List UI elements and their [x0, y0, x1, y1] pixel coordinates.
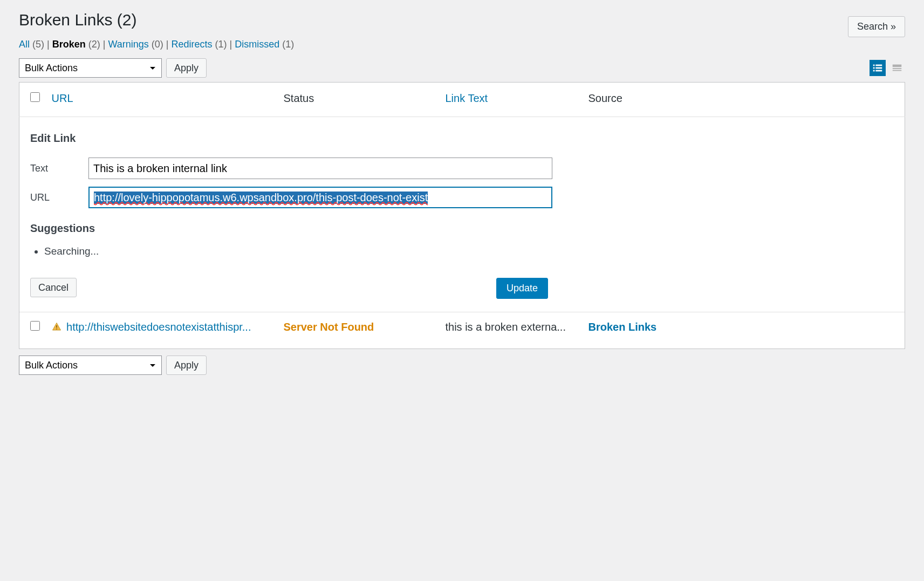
col-url[interactable]: URL [46, 83, 278, 117]
apply-button-bottom[interactable]: Apply [166, 356, 207, 375]
bulk-actions-select-bottom[interactable]: Bulk Actions [19, 356, 162, 375]
filter-dismissed[interactable]: Dismissed [235, 39, 279, 50]
url-label: URL [30, 192, 88, 203]
suggestions-heading: Suggestions [30, 222, 894, 235]
filter-redirects-count: (1) [215, 39, 227, 50]
link-text-input[interactable] [88, 158, 552, 179]
select-all-checkbox[interactable] [30, 92, 40, 102]
svg-rect-3 [875, 67, 882, 69]
edit-link-panel: Edit Link Text URL http://lovely-hippopo… [19, 117, 905, 312]
svg-rect-9 [56, 325, 57, 328]
text-label: Text [30, 163, 88, 174]
filter-broken-count: (2) [88, 39, 100, 50]
row-url-link[interactable]: http://thiswebsitedoesnotexistatthispr..… [66, 321, 251, 333]
col-source: Source [583, 83, 905, 117]
apply-button[interactable]: Apply [166, 58, 207, 78]
filter-warnings-count: (0) [152, 39, 163, 50]
page-title: Broken Links (2) [19, 11, 294, 29]
svg-rect-5 [875, 70, 882, 72]
col-status: Status [278, 83, 440, 117]
row-checkbox[interactable] [30, 321, 40, 331]
suggestion-searching: Searching... [44, 245, 894, 257]
table-row: http://thiswebsitedoesnotexistatthispr..… [19, 312, 905, 349]
svg-rect-6 [893, 65, 902, 67]
links-table: URL Status Link Text Source Edit Link Te… [19, 82, 905, 349]
svg-rect-1 [875, 65, 882, 66]
filter-dismissed-count: (1) [282, 39, 294, 50]
svg-rect-7 [893, 68, 902, 69]
warning-icon [52, 322, 61, 332]
filter-redirects[interactable]: Redirects [172, 39, 213, 50]
col-link-text[interactable]: Link Text [440, 83, 583, 117]
bulk-actions-select[interactable]: Bulk Actions [19, 58, 162, 78]
view-excerpt-icon[interactable] [889, 60, 905, 76]
edit-link-heading: Edit Link [30, 132, 894, 145]
search-button[interactable]: Search » [848, 16, 905, 37]
row-status: Server Not Found [284, 321, 374, 333]
row-link-text: this is a broken externa... [440, 312, 583, 349]
svg-rect-8 [893, 70, 902, 71]
filter-broken[interactable]: Broken [52, 39, 86, 50]
filter-all-count: (5) [32, 39, 44, 50]
filter-bar: All (5) | Broken (2) | Warnings (0) | Re… [19, 39, 294, 50]
svg-rect-0 [873, 65, 875, 66]
row-source-link[interactable]: Broken Links [588, 321, 657, 333]
update-button[interactable]: Update [496, 278, 548, 299]
view-list-icon[interactable] [870, 60, 886, 76]
svg-rect-4 [873, 70, 875, 72]
link-url-input[interactable]: http://lovely-hippopotamus.w6.wpsandbox.… [88, 187, 552, 208]
filter-warnings[interactable]: Warnings [108, 39, 148, 50]
svg-rect-10 [56, 329, 57, 330]
filter-all[interactable]: All [19, 39, 30, 50]
cancel-button[interactable]: Cancel [30, 278, 77, 297]
svg-rect-2 [873, 67, 875, 69]
